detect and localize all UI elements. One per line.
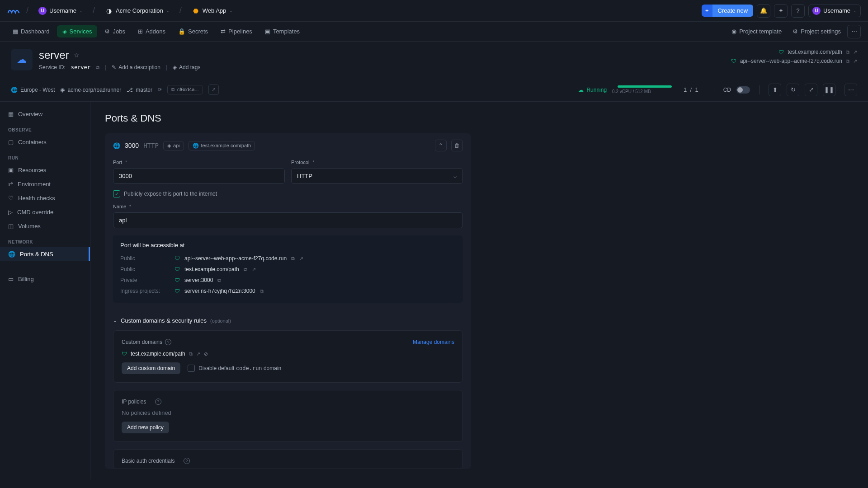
feedback-button[interactable]: ✦ — [774, 4, 788, 18]
breadcrumb-org[interactable]: ◑ Acme Corporation ⌵ — [101, 5, 173, 17]
nav-jobs[interactable]: ⚙Jobs — [99, 25, 130, 38]
scale-button[interactable]: ⤢ — [805, 84, 817, 96]
open-link-button[interactable]: ↗ — [299, 256, 303, 262]
copy-button[interactable]: ⧉ — [189, 351, 193, 357]
add-policy-button[interactable]: Add new policy — [122, 422, 169, 433]
access-scope: Ingress projects: — [120, 288, 170, 294]
user-avatar-icon: U — [812, 7, 821, 15]
template-icon: ◉ — [731, 28, 736, 35]
access-scope: Public — [120, 266, 170, 272]
sidebar-resources[interactable]: ▣Resources — [0, 163, 90, 177]
add-description-button[interactable]: ✎Add a description — [112, 64, 160, 70]
copy-button[interactable]: ⧉ — [291, 256, 295, 262]
name-input[interactable] — [113, 212, 463, 228]
custom-domains-toggle[interactable]: ⌄ Custom domains & security rules (optio… — [105, 311, 471, 330]
info-icon[interactable]: ? — [165, 339, 171, 345]
info-icon[interactable]: ? — [155, 399, 161, 405]
commit-chip[interactable]: ⧉cf6cd4a... — [167, 85, 203, 94]
unlink-button[interactable]: ⊘ — [204, 351, 208, 357]
project-settings-button[interactable]: ⚙Project settings — [788, 25, 845, 38]
access-url: server.ns-h7cyjhq7hz2n:3000 — [184, 288, 255, 294]
separator: / — [93, 6, 95, 15]
shield-icon: 🛡 — [175, 266, 180, 272]
nav-dashboard[interactable]: ▦Dashboard — [7, 25, 55, 38]
chevron-down-icon: ⌵ — [453, 173, 457, 179]
disable-default-label: Disable default code.run domain — [198, 365, 281, 371]
shield-icon: 🛡 — [778, 49, 784, 55]
port-input[interactable] — [113, 168, 285, 184]
more-icon: ⋯ — [851, 28, 857, 35]
expose-label: Publicly expose this port to the interne… — [124, 191, 217, 197]
refresh-branch-button[interactable]: ⟳ — [158, 87, 162, 93]
service-id-label: Service ID: — [39, 64, 66, 70]
open-commit-button[interactable]: ↗ — [208, 84, 219, 95]
more-button[interactable]: ⋯ — [847, 25, 861, 38]
github-icon: ◉ — [60, 87, 65, 93]
project-template-button[interactable]: ◉Project template — [727, 25, 786, 38]
addons-icon: ⊞ — [138, 28, 143, 35]
copy-button[interactable]: ⧉ — [846, 49, 849, 55]
open-link-button[interactable]: ↗ — [853, 49, 857, 55]
deploy-button[interactable]: ⬆ — [769, 84, 781, 96]
create-new-button[interactable]: + Create new — [702, 5, 753, 17]
copy-icon: ⧉ — [171, 87, 175, 92]
jobs-icon: ⚙ — [104, 28, 110, 35]
open-link-button[interactable]: ↗ — [196, 351, 200, 357]
manage-domains-link[interactable]: Manage domains — [413, 339, 454, 345]
delete-port-button[interactable]: 🗑 — [451, 140, 463, 151]
nav-templates[interactable]: ▣Templates — [259, 25, 305, 38]
branch-chip[interactable]: ⎇master — [127, 87, 152, 93]
brand-logo[interactable] — [7, 5, 20, 17]
pause-button[interactable]: ❚❚ — [823, 84, 835, 96]
open-link-button[interactable]: ↗ — [252, 267, 256, 272]
protocol-select-label: Protocol * — [291, 160, 463, 165]
nav-services[interactable]: ◈Services — [57, 25, 98, 38]
user-menu[interactable]: U Username ⌵ — [808, 5, 861, 17]
scale-icon: ⤢ — [809, 86, 814, 93]
open-link-button[interactable]: ↗ — [853, 58, 857, 64]
restart-button[interactable]: ↻ — [787, 84, 799, 96]
shield-icon: 🛡 — [175, 255, 180, 262]
copy-button[interactable]: ⧉ — [260, 288, 264, 294]
info-icon[interactable]: ? — [184, 458, 190, 464]
disable-default-checkbox[interactable] — [188, 365, 195, 372]
cd-label: CD — [723, 87, 731, 93]
user-avatar-icon: U — [38, 7, 47, 15]
sidebar-containers[interactable]: ▢Containers — [0, 135, 90, 149]
sidebar-cmd[interactable]: ▷CMD override — [0, 205, 90, 219]
collapse-button[interactable]: ⌃ — [435, 140, 447, 151]
repo-chip[interactable]: ◉acme-corp/roadrunner — [60, 87, 121, 93]
favorite-button[interactable]: ☆ — [74, 52, 80, 59]
copy-button[interactable]: ⧉ — [244, 267, 247, 272]
region-chip[interactable]: 🌐Europe - West — [11, 87, 55, 93]
nav-pipelines[interactable]: ⇄Pipelines — [215, 25, 258, 38]
more-actions-button[interactable]: ⋯ — [844, 84, 857, 96]
add-custom-domain-button[interactable]: Add custom domain — [122, 362, 180, 374]
tag-icon: ◈ — [167, 143, 171, 149]
sidebar-overview[interactable]: ▦Overview — [0, 107, 90, 121]
breadcrumb-app[interactable]: ⬣ Web App ⌵ — [188, 5, 236, 17]
port-input-label: Port * — [113, 160, 285, 165]
notifications-button[interactable]: 🔔 — [757, 4, 770, 18]
help-button[interactable]: ? — [791, 4, 805, 18]
port-number: 3000 — [125, 142, 139, 149]
nav-addons[interactable]: ⊞Addons — [132, 25, 171, 38]
gear-icon: ⚙ — [793, 28, 798, 35]
copy-button[interactable]: ⧉ — [846, 58, 849, 64]
add-tags-button[interactable]: ◈Add tags — [173, 64, 200, 70]
copy-button[interactable]: ⧉ — [217, 277, 221, 283]
service-title: server☆ — [39, 49, 200, 61]
cd-toggle[interactable] — [736, 86, 750, 94]
globe-icon: 🌐 — [8, 251, 15, 258]
sidebar-health[interactable]: ♡Health checks — [0, 191, 90, 205]
sidebar-volumes[interactable]: ◫Volumes — [0, 219, 90, 233]
nav-secrets[interactable]: 🔒Secrets — [173, 25, 213, 38]
sidebar-billing[interactable]: ▭Billing — [0, 272, 90, 286]
breadcrumb-user[interactable]: U Username ⌵ — [35, 5, 86, 17]
expose-checkbox[interactable]: ✓ — [113, 190, 120, 197]
sidebar-environment[interactable]: ⇄Environment — [0, 177, 90, 191]
separator: / — [26, 6, 28, 15]
sidebar-ports[interactable]: 🌐Ports & DNS — [0, 247, 90, 261]
protocol-select[interactable]: HTTP⌵ — [291, 168, 463, 184]
copy-id-button[interactable]: ⧉ — [96, 65, 99, 70]
